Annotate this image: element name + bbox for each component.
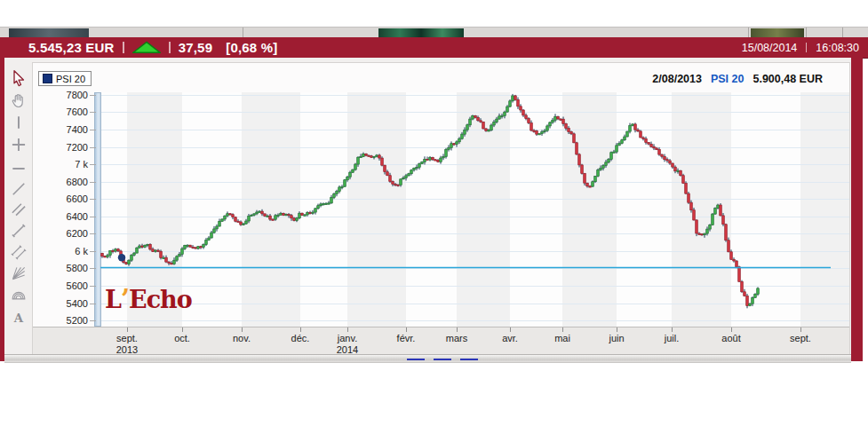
separator [169,42,171,53]
x-tick-label: déc. [274,333,327,343]
x-tick-mark [457,327,458,332]
gridline [101,217,849,217]
date-time: 15/08/2014 16:08:30 [742,42,859,54]
svg-text:A: A [12,310,23,324]
y-tick-mark [90,147,96,148]
x-tick-mark [672,327,673,332]
horizontal-line-tool-button[interactable] [7,158,29,178]
app-window: 5.545,23 EUR 37,59 [0,68 %] 15/08/2014 1… [0,0,868,426]
chart-panel: PSI 20 2/08/2013 PSI 20 5.900,48 EUR 780… [32,62,850,354]
y-tick-label: 7200 [35,142,88,153]
gridline [101,164,849,165]
logo-text: L [105,286,121,313]
crosshair-date: 2/08/2013 [652,73,702,85]
strip-link-dash[interactable] [407,359,425,360]
strip-link-dash[interactable] [460,359,478,360]
text-tool-button[interactable]: A [7,307,29,327]
quote-title-bar: 5.545,23 EUR 37,59 [0,68 %] 15/08/2014 1… [0,37,868,59]
last-price: 5.545,23 EUR [28,40,115,55]
y-axis-bar[interactable] [94,92,101,327]
pan-hand-tool-button[interactable] [7,90,29,110]
gridline [101,251,849,252]
gridline [101,147,849,148]
y-tick-mark [90,95,96,96]
x-tick-mark [242,327,243,332]
logo-apostrophe: ’ [121,284,129,314]
fibonacci-arcs-tool-button[interactable] [7,284,29,304]
trend-line-tool-button[interactable] [7,178,29,199]
y-tick-label: 5800 [35,263,88,273]
up-arrow-icon [132,41,161,54]
y-tick-label: 6600 [35,193,88,204]
gridline [101,182,849,183]
gridline [101,320,849,321]
y-tick-mark [90,130,96,130]
background-window-fragment [378,28,464,37]
lecho-logo: L’Echo [105,287,192,312]
month-band [242,92,300,327]
month-band [457,92,510,327]
x-tick-mark [510,327,511,332]
crosshair-readout: 2/08/2013 PSI 20 5.900,48 EUR [652,73,823,85]
vertical-line-tool-button[interactable] [7,112,29,132]
y-tick-label: 6 k [35,246,88,256]
y-tick-mark [90,164,96,165]
x-tick-label: août [705,333,758,343]
y-tick-label: 6200 [35,228,88,239]
separator [123,42,124,53]
y-tick-mark [90,286,96,287]
pointer-tool-button[interactable] [7,67,29,88]
drawing-toolbar: A [4,60,32,353]
price-change: 37,59 [179,40,213,55]
series-legend[interactable]: PSI 20 [38,71,92,86]
month-band [672,92,731,327]
background-window-fragment [751,28,804,37]
x-tick-mark [347,327,348,332]
x-tick-label: juin [590,333,643,343]
y-tick-label: 6800 [35,177,88,187]
y-tick-label: 7800 [35,90,88,100]
y-tick-mark [90,199,96,200]
x-tick-label: juil. [645,333,698,343]
x-tick-label: nov. [215,333,268,343]
y-tick-mark [90,268,96,269]
quote-time: 16:08:30 [816,42,859,54]
parallel-lines-tool-button[interactable] [7,199,29,219]
strip-link-dash[interactable] [434,359,451,360]
y-tick-label: 5400 [35,298,88,309]
x-tick-mark [617,327,617,332]
x-tick-mark [300,327,301,332]
x-tick-mark [800,327,801,332]
trend-segment-tool-button[interactable] [7,220,29,241]
bottom-strip[interactable] [4,354,851,363]
logo-text: Echo [129,286,192,313]
crosshair-value: 5.900,48 EUR [753,73,823,85]
x-tick-mark [731,327,732,332]
x-tick-label: oct. [155,333,209,343]
month-band [562,92,617,327]
y-tick-mark [90,251,96,252]
plot-area[interactable] [101,92,849,327]
gridline [101,95,849,96]
channel-tool-button[interactable] [7,241,29,262]
gridline [101,304,849,304]
crosshair-tool-button[interactable] [7,134,29,154]
gridline [101,130,849,130]
gridline [101,268,849,269]
x-tick-mark [127,327,128,332]
y-tick-mark [90,182,96,183]
gridline [101,112,849,113]
fan-lines-tool-button[interactable] [7,263,29,283]
window-border-right [851,58,863,361]
y-tick-mark [90,233,96,234]
x-axis: sept.2013oct.nov.déc.janv.2014févr.marsa… [33,327,849,355]
month-band [347,92,406,327]
y-tick-label: 5200 [35,315,88,326]
series-swatch-icon [43,74,52,83]
y-tick-mark [90,217,96,217]
x-tick-label: févr. [379,333,433,343]
background-window-fragment [9,28,89,37]
y-tick-mark [90,112,96,113]
price-change-percent: [0,68 %] [226,40,277,55]
quote-summary: 5.545,23 EUR 37,59 [0,68 %] [28,40,277,55]
